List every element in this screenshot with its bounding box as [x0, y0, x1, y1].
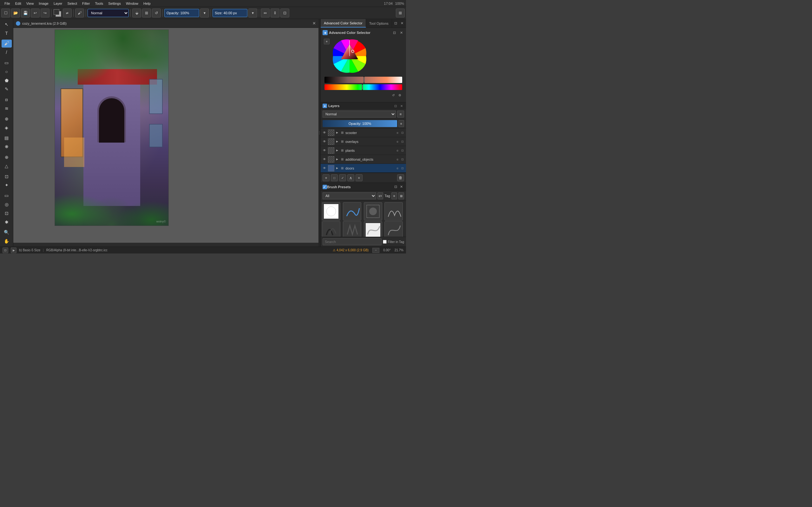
layer-alpha-lock-plants[interactable]: α: [395, 148, 400, 153]
layer-vis-additional-objects[interactable]: 👁: [322, 157, 327, 162]
color-wheel-container[interactable]: [332, 39, 367, 73]
layer-delete-btn[interactable]: 🗑: [397, 174, 404, 181]
gradient-map-icon[interactable]: ≡: [324, 39, 329, 44]
menu-select[interactable]: Select: [65, 1, 80, 6]
color-swap-btn[interactable]: ⇄: [63, 9, 72, 17]
fg-bg-colors[interactable]: [53, 9, 62, 17]
redo-btn[interactable]: ↪: [41, 9, 49, 17]
layer-row-scooter[interactable]: 👁 ▶ ⊞ scooter α ⊡: [321, 128, 406, 137]
pan-tool[interactable]: ✋: [2, 237, 12, 245]
rect-selection-tool[interactable]: ▭: [2, 191, 12, 200]
brush-grid-view-btn[interactable]: ⊞: [398, 192, 404, 199]
layer-merge-btn[interactable]: ✓: [339, 174, 346, 181]
brush-item-7[interactable]: [364, 221, 382, 237]
smart-patch-tool[interactable]: ✦: [2, 181, 12, 189]
layer-more-scooter[interactable]: ⊡: [400, 130, 405, 135]
tab-advanced-color-selector[interactable]: Advanced Color Selector: [321, 19, 366, 27]
statusbar-record-btn[interactable]: ▶: [11, 247, 16, 253]
color-settings-btn[interactable]: ⚙: [397, 93, 402, 98]
canvas-scrollbar-h[interactable]: [13, 243, 318, 246]
similar-select-tool[interactable]: ≋: [2, 104, 12, 112]
layer-alpha-lock-additional-objects[interactable]: α: [395, 157, 400, 162]
hue-cursor[interactable]: [362, 84, 363, 90]
layer-row-plants[interactable]: 👁 ▶ ⊞ plants α ⊡: [321, 146, 406, 155]
layer-alpha-lock-scooter[interactable]: α: [395, 130, 400, 135]
brush-preset-btn[interactable]: 🖌: [75, 9, 84, 17]
brush-item-2[interactable]: [343, 202, 361, 221]
contiguous-area-tool[interactable]: ⊡: [2, 209, 12, 217]
size-down-btn[interactable]: ▾: [248, 9, 257, 17]
artwork[interactable]: wotny©: [55, 30, 169, 226]
tab-tool-options[interactable]: Tool Options: [366, 19, 392, 27]
layout-btn[interactable]: ⊞: [396, 9, 405, 17]
layer-blend-select[interactable]: Normal: [322, 111, 396, 118]
layer-add-btn[interactable]: +: [322, 174, 329, 181]
transform-tool[interactable]: ⊕: [2, 153, 12, 161]
brush-item-3[interactable]: [364, 202, 382, 221]
ellipse-tool[interactable]: ○: [2, 67, 12, 76]
brush-presets-filter-select[interactable]: All: [322, 192, 376, 199]
brush-item-8[interactable]: [385, 221, 403, 237]
rect-select-tool[interactable]: ▭: [2, 59, 12, 67]
opacity-down-btn[interactable]: ▾: [200, 9, 209, 17]
blend-mode-select[interactable]: Normal: [88, 9, 129, 17]
layer-vis-scooter[interactable]: 👁: [322, 130, 327, 135]
menu-window[interactable]: Window: [123, 1, 141, 6]
new-doc-btn[interactable]: ☐: [1, 9, 10, 17]
open-btn[interactable]: 📂: [11, 9, 20, 17]
menu-filter[interactable]: Filter: [80, 1, 92, 6]
alpha-lock-btn[interactable]: ⊞: [142, 9, 151, 17]
layer-more-overlays[interactable]: ⊡: [400, 139, 405, 144]
layer-row-doors[interactable]: 👁 ▶ ⊞ doors α ⊡: [321, 164, 406, 173]
opacity-menu-btn[interactable]: ≡: [398, 120, 404, 127]
brightness-bar[interactable]: [324, 77, 402, 83]
panel-float-btn[interactable]: ⊡: [393, 20, 398, 26]
menu-image[interactable]: Image: [36, 1, 51, 6]
menu-edit[interactable]: Edit: [13, 1, 24, 6]
layer-vis-overlays[interactable]: 👁: [322, 139, 327, 144]
layer-expand-overlays[interactable]: ▶: [335, 140, 339, 144]
brightness-cursor[interactable]: [363, 77, 364, 83]
ellipse-selection-tool[interactable]: ◎: [2, 200, 12, 209]
mirror-h-btn[interactable]: ⇔: [261, 9, 270, 17]
layer-more-additional-objects[interactable]: ⊡: [400, 157, 405, 162]
mirror-v-btn[interactable]: ⇕: [270, 9, 280, 17]
refresh-color-btn[interactable]: ↺: [391, 93, 396, 98]
color-selector-close-btn[interactable]: ✕: [398, 30, 404, 36]
smudge-tool[interactable]: ⊡: [2, 172, 12, 181]
brush-search-input[interactable]: [322, 238, 382, 245]
bezier-selection-tool[interactable]: ✱: [2, 218, 12, 226]
layers-filter-btn[interactable]: ≡: [397, 111, 404, 118]
layers-section-header[interactable]: ◈ Layers ⊡ ✕: [321, 102, 406, 109]
brush-item-1[interactable]: [322, 202, 340, 221]
menu-settings[interactable]: Settings: [106, 1, 123, 6]
fill-tool[interactable]: ◈: [2, 124, 12, 132]
menu-layer[interactable]: Layer: [51, 1, 65, 6]
contiguous-select-tool[interactable]: ⧈: [2, 95, 12, 104]
layer-alpha-lock-overlays[interactable]: α: [395, 139, 400, 144]
layer-up-btn[interactable]: ∧: [347, 174, 354, 181]
canvas-content[interactable]: wotny©: [13, 28, 318, 246]
layer-vis-doors[interactable]: 👁: [322, 166, 327, 171]
layer-style-btn[interactable]: ≡: [356, 174, 362, 181]
select-tool[interactable]: ↖: [2, 20, 12, 29]
undo-btn[interactable]: ↩: [31, 9, 40, 17]
brush-item-5[interactable]: [322, 221, 340, 237]
layer-expand-doors[interactable]: ▶: [335, 166, 339, 170]
statusbar-config-btn[interactable]: ⊡: [3, 247, 8, 253]
filter-in-tag-checkbox[interactable]: [383, 240, 387, 244]
brush-item-4[interactable]: [385, 202, 403, 221]
layer-more-plants[interactable]: ⊡: [400, 148, 405, 153]
gradient-tool[interactable]: ▤: [2, 134, 12, 142]
filter-in-tag-label[interactable]: Filter in Tag: [383, 240, 404, 244]
layer-row-overlays[interactable]: 👁 ▶ ⊞ overlays α ⊡: [321, 137, 406, 146]
brush-presets-float-btn[interactable]: ⊡: [393, 184, 398, 190]
menu-file[interactable]: File: [2, 1, 13, 6]
text-tool[interactable]: T: [2, 29, 12, 38]
layer-expand-additional-objects[interactable]: ▶: [335, 158, 339, 161]
refresh-btn[interactable]: ↺: [152, 9, 161, 17]
menu-tools[interactable]: Tools: [93, 1, 106, 6]
freehand-paint-tool[interactable]: 🖌: [2, 40, 12, 48]
color-selector-float-btn[interactable]: ⊡: [392, 30, 397, 36]
multibrush-tool[interactable]: ❋: [2, 143, 12, 151]
